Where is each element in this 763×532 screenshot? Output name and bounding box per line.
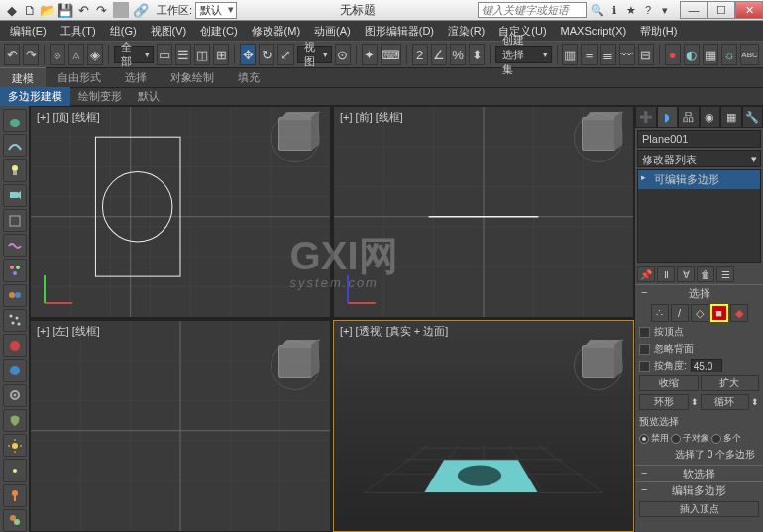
render-button[interactable]: ☼ bbox=[721, 44, 737, 65]
modifier-list-dropdown[interactable]: 修改器列表 bbox=[637, 150, 761, 167]
viewport-front[interactable]: [+] [前] [线框] bbox=[333, 106, 634, 318]
pivot-button[interactable]: ⊙ bbox=[335, 44, 351, 65]
tab-display[interactable]: ▦ bbox=[720, 106, 742, 128]
scale-button[interactable]: ⤢ bbox=[277, 44, 293, 65]
object-name-field[interactable]: Plane001 bbox=[637, 130, 761, 148]
menu-group[interactable]: 组(G) bbox=[104, 22, 143, 41]
preview-multi-radio[interactable] bbox=[711, 434, 721, 444]
minimize-button[interactable]: — bbox=[680, 1, 708, 19]
teapot-icon[interactable] bbox=[3, 109, 27, 132]
viewport-label[interactable]: [+] [前] [线框] bbox=[340, 110, 403, 125]
ribbon-panel-default[interactable]: 默认 bbox=[130, 87, 167, 106]
viewport-left[interactable]: [+] [左] [线框] bbox=[30, 320, 331, 532]
workspace-dropdown[interactable]: 默认 bbox=[195, 2, 237, 19]
layers-button[interactable]: ≣ bbox=[600, 44, 616, 65]
undo-button[interactable]: ↶ bbox=[4, 44, 20, 65]
schematic-button[interactable]: ⊟ bbox=[638, 44, 654, 65]
ribbon-tab-modeling[interactable]: 建模 bbox=[0, 67, 46, 89]
rollout-header[interactable]: 软选择 bbox=[635, 466, 763, 481]
bind-button[interactable]: ◈ bbox=[87, 44, 103, 65]
light-icon[interactable] bbox=[3, 159, 27, 181]
ribbon-tab-populate[interactable]: 填充 bbox=[226, 67, 272, 88]
curve-editor-button[interactable]: 〰 bbox=[619, 44, 635, 65]
redo-icon[interactable]: ↷ bbox=[93, 2, 109, 18]
unlink-button[interactable]: ⟑ bbox=[68, 44, 84, 65]
maximize-button[interactable]: ☐ bbox=[708, 1, 735, 19]
menu-edit[interactable]: 编辑(E) bbox=[4, 22, 53, 41]
sphere-red-icon[interactable] bbox=[3, 334, 27, 357]
spacewarp-icon[interactable] bbox=[3, 234, 27, 257]
close-button[interactable]: ✕ bbox=[735, 1, 763, 19]
keyboard-button[interactable]: ⌨ bbox=[381, 44, 401, 65]
menu-tools[interactable]: 工具(T) bbox=[54, 22, 102, 41]
viewcube[interactable] bbox=[582, 117, 615, 151]
shrink-button[interactable]: 收缩 bbox=[639, 375, 699, 391]
preview-off-radio[interactable] bbox=[639, 434, 649, 444]
loop-button[interactable]: 循环 bbox=[701, 394, 750, 410]
viewport-label[interactable]: [+] [左] [线框] bbox=[37, 324, 100, 339]
link-icon[interactable]: 🔗 bbox=[133, 2, 149, 18]
menu-animation[interactable]: 动画(A) bbox=[308, 22, 357, 41]
menu-maxscript[interactable]: MAXScript(X) bbox=[555, 23, 633, 39]
preview-subobj-radio[interactable] bbox=[671, 434, 681, 444]
help-icon[interactable]: ? bbox=[641, 3, 655, 17]
menu-rendering[interactable]: 渲染(R) bbox=[442, 22, 490, 41]
tab-modify[interactable]: ◗ bbox=[657, 106, 679, 128]
menu-create[interactable]: 创建(C) bbox=[194, 22, 243, 41]
ignore-backfacing-checkbox[interactable] bbox=[639, 344, 650, 355]
abc-button[interactable]: ABC bbox=[740, 44, 758, 65]
move-button[interactable]: ✥ bbox=[240, 44, 256, 65]
ref-coord-dropdown[interactable]: 视图 bbox=[297, 46, 332, 63]
angle-input[interactable] bbox=[691, 359, 722, 372]
spline-icon[interactable] bbox=[3, 134, 27, 157]
tab-motion[interactable]: ◉ bbox=[700, 106, 721, 128]
viewport-top[interactable]: [+] [顶] [线框] bbox=[30, 106, 331, 318]
star-icon[interactable]: ★ bbox=[624, 3, 638, 17]
manipulate-button[interactable]: ✦ bbox=[362, 44, 378, 65]
particles-icon[interactable] bbox=[3, 309, 27, 332]
window-crossing-button[interactable]: ⊞ bbox=[213, 44, 229, 65]
by-angle-checkbox[interactable] bbox=[639, 361, 650, 372]
select-name-button[interactable]: ☰ bbox=[175, 44, 191, 65]
align-button[interactable]: ≡ bbox=[581, 44, 597, 65]
help-search-input[interactable] bbox=[478, 2, 587, 18]
insert-vertex-button[interactable]: 插入顶点 bbox=[639, 501, 759, 517]
viewport-label[interactable]: [+] [透视] [真实 + 边面] bbox=[340, 324, 448, 339]
link-button[interactable]: ⟐ bbox=[50, 44, 65, 65]
render-setup-button[interactable]: ◐ bbox=[684, 44, 700, 65]
material-editor-button[interactable]: ● bbox=[665, 44, 681, 65]
named-selection-dropdown[interactable]: 创建选择集 bbox=[495, 46, 552, 63]
viewcube[interactable] bbox=[278, 117, 312, 151]
menu-help[interactable]: 帮助(H) bbox=[634, 22, 683, 41]
tab-hierarchy[interactable]: 品 bbox=[678, 106, 700, 128]
spheres-icon[interactable] bbox=[3, 509, 27, 532]
make-unique-icon[interactable]: ∀ bbox=[677, 266, 695, 282]
tab-utilities[interactable]: 🔧 bbox=[742, 106, 764, 128]
ribbon-tab-selection[interactable]: 选择 bbox=[113, 67, 159, 88]
ribbon-panel-poly-modeling[interactable]: 多边形建模 bbox=[0, 87, 70, 106]
camera-icon[interactable] bbox=[3, 184, 27, 207]
menu-modifiers[interactable]: 修改器(M) bbox=[246, 22, 307, 41]
helper-icon[interactable] bbox=[3, 209, 27, 232]
dropdown-icon[interactable]: ▾ bbox=[658, 3, 672, 17]
menu-graph-editors[interactable]: 图形编辑器(D) bbox=[359, 22, 440, 41]
snap-percent-button[interactable]: % bbox=[450, 44, 466, 65]
rotate-button[interactable]: ↻ bbox=[259, 44, 274, 65]
configure-sets-icon[interactable]: ☰ bbox=[716, 266, 734, 282]
modifier-stack[interactable]: 可编辑多边形 bbox=[637, 169, 761, 263]
select-region-button[interactable]: ◫ bbox=[194, 44, 210, 65]
sphere-blue-icon[interactable] bbox=[3, 359, 27, 381]
ribbon-tab-freeform[interactable]: 自由形式 bbox=[46, 67, 113, 88]
rollout-header[interactable]: 选择 bbox=[635, 285, 763, 301]
tab-create[interactable]: ➕ bbox=[635, 106, 657, 128]
viewport-label[interactable]: [+] [顶] [线框] bbox=[37, 110, 100, 125]
redo-button[interactable]: ↷ bbox=[23, 44, 39, 65]
show-end-result-icon[interactable]: Ⅱ bbox=[657, 266, 675, 282]
app-icon[interactable]: ◆ bbox=[4, 2, 20, 18]
element-level-icon[interactable]: ◆ bbox=[730, 304, 748, 322]
balls-icon[interactable] bbox=[3, 284, 27, 307]
new-icon[interactable]: 🗋 bbox=[22, 2, 38, 18]
search-icon[interactable]: 🔍 bbox=[591, 3, 604, 17]
rollout-header[interactable]: 编辑多边形 bbox=[635, 482, 763, 498]
mirror-button[interactable]: ▥ bbox=[562, 44, 578, 65]
